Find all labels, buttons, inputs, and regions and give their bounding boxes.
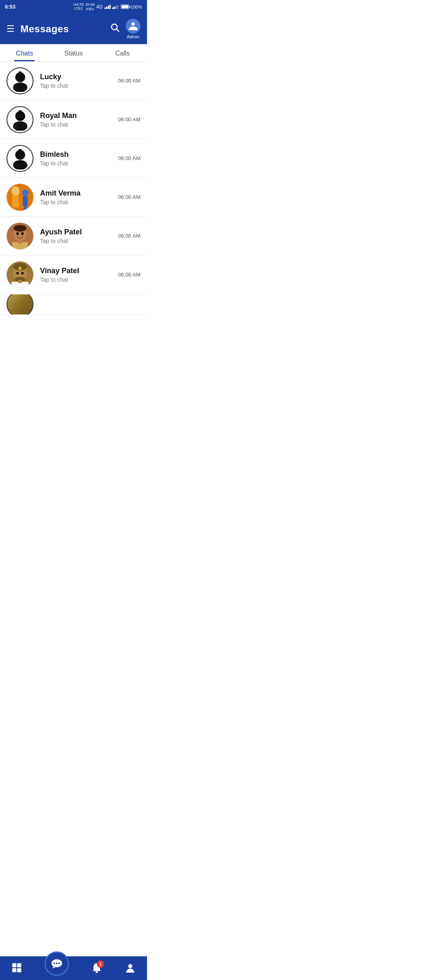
tab-chats[interactable]: Chats: [0, 44, 49, 61]
tabs-bar: Chats Status Calls: [0, 44, 147, 62]
chat-item-vinay-patel[interactable]: Vinay Patel Tap to chat 06:00 AM: [0, 256, 147, 294]
svg-point-4: [13, 82, 27, 92]
placeholder-icon: [7, 107, 33, 132]
svg-point-31: [16, 272, 19, 274]
tab-calls[interactable]: Calls: [98, 44, 147, 61]
svg-rect-35: [18, 280, 22, 283]
battery-percent: 100%: [131, 4, 142, 9]
avatar-ayush-patel: [7, 223, 33, 249]
chat-info-bimlesh: Bimlesh Tap to chat: [40, 150, 118, 167]
app-header: ☰ Messages Admin: [0, 14, 147, 44]
chat-name-lucky: Lucky: [40, 73, 118, 81]
tab-status[interactable]: Status: [49, 44, 98, 61]
admin-profile-button[interactable]: Admin: [126, 19, 140, 39]
chat-info-vinay-patel: Vinay Patel Tap to chat: [40, 267, 118, 283]
admin-label: Admin: [127, 34, 139, 39]
chat-meta-lucky: 06:00 AM: [118, 78, 140, 84]
chat-name-royal-man: Royal Man: [40, 111, 118, 120]
svg-point-11: [18, 149, 22, 151]
chat-meta-bimlesh: 06:00 AM: [118, 155, 140, 161]
status-bar: 6:53 VoLTELTE2 20.94KB/s 4G 100%: [0, 0, 147, 14]
chat-preview-ayush-patel: Tap to chat: [40, 238, 118, 244]
volte-indicator: VoLTELTE2: [73, 3, 84, 11]
avatar: [126, 19, 140, 33]
svg-point-16: [22, 189, 29, 196]
chat-name-amit-verma: Amit Verma: [40, 189, 118, 198]
svg-point-23: [16, 232, 19, 235]
svg-rect-26: [18, 241, 22, 244]
svg-point-2: [131, 22, 135, 26]
chat-preview-lucky: Tap to chat: [40, 82, 118, 89]
svg-point-7: [13, 121, 27, 131]
chat-item-bimlesh[interactable]: Bimlesh Tap to chat 06:00 AM: [0, 139, 147, 178]
chat-time-bimlesh: 06:00 AM: [118, 155, 140, 161]
svg-point-8: [18, 110, 22, 113]
search-button[interactable]: [110, 23, 120, 35]
menu-button[interactable]: ☰: [7, 24, 15, 34]
chat-name-vinay-patel: Vinay Patel: [40, 267, 118, 275]
status-indicators: VoLTELTE2 20.94KB/s 4G 100%: [73, 2, 142, 11]
chat-time-royal-man: 06:00 AM: [118, 116, 140, 122]
chat-preview-vinay-patel: Tap to chat: [40, 276, 118, 283]
app-title: Messages: [20, 23, 69, 35]
signal-indicator: [105, 5, 111, 9]
svg-line-1: [117, 29, 119, 31]
chat-item-royal-man[interactable]: Royal Man Tap to chat 06:00 AM: [0, 100, 147, 139]
svg-point-32: [21, 272, 24, 274]
header-left: ☰ Messages: [7, 23, 69, 35]
chat-meta-vinay-patel: 06:00 AM: [118, 272, 140, 278]
network-type: 4G: [96, 4, 103, 10]
chat-info-amit-verma: Amit Verma Tap to chat: [40, 189, 118, 205]
chat-preview-royal-man: Tap to chat: [40, 121, 118, 128]
svg-point-9: [15, 150, 25, 160]
chat-meta-royal-man: 06:00 AM: [118, 116, 140, 122]
placeholder-icon: [7, 68, 33, 94]
chat-name-ayush-patel: Ayush Patel: [40, 228, 118, 236]
avatar-bimlesh: [7, 145, 33, 172]
svg-point-6: [15, 111, 25, 121]
status-time: 6:53: [5, 4, 16, 10]
chat-meta-amit-verma: 06:00 AM: [118, 194, 140, 200]
svg-point-3: [15, 72, 25, 82]
chat-info-ayush-patel: Ayush Patel Tap to chat: [40, 228, 118, 244]
chat-info-lucky: Lucky Tap to chat: [40, 73, 118, 89]
chat-time-amit-verma: 06:00 AM: [118, 194, 140, 200]
network-speed: 20.94KB/s: [85, 2, 95, 11]
chat-time-lucky: 06:00 AM: [118, 78, 140, 84]
chat-time-vinay-patel: 06:00 AM: [118, 272, 140, 278]
battery-indicator: [121, 4, 129, 9]
placeholder-icon: [7, 146, 33, 171]
chat-item-lucky[interactable]: Lucky Tap to chat 06:00 AM: [0, 62, 147, 100]
chat-time-ayush-patel: 06:00 AM: [118, 233, 140, 239]
avatar-vinay-patel: [7, 261, 33, 288]
svg-rect-17: [23, 196, 28, 206]
chat-preview-amit-verma: Tap to chat: [40, 199, 118, 205]
svg-point-30: [19, 267, 21, 270]
chat-meta-ayush-patel: 06:00 AM: [118, 233, 140, 239]
avatar-amit-verma: [7, 184, 33, 211]
svg-rect-15: [12, 195, 19, 207]
chat-item-amit-verma[interactable]: Amit Verma Tap to chat 06:00 AM: [0, 178, 147, 217]
avatar-lucky: [7, 67, 33, 94]
svg-point-5: [18, 71, 22, 74]
chat-info-royal-man: Royal Man Tap to chat: [40, 111, 118, 128]
chat-item-partial[interactable]: [0, 294, 147, 315]
svg-point-10: [13, 160, 27, 169]
avatar-partial: [7, 294, 33, 315]
signal-indicator-2: [112, 5, 118, 9]
header-right: Admin: [110, 19, 140, 39]
svg-point-14: [11, 186, 20, 196]
chat-list: Lucky Tap to chat 06:00 AM Royal Man Tap…: [0, 62, 147, 343]
avatar-royal-man: [7, 106, 33, 133]
svg-point-24: [21, 232, 24, 235]
chat-name-bimlesh: Bimlesh: [40, 150, 118, 159]
chat-preview-bimlesh: Tap to chat: [40, 160, 118, 167]
svg-point-22: [13, 225, 27, 232]
chat-item-ayush-patel[interactable]: Ayush Patel Tap to chat 06:00 AM: [0, 217, 147, 256]
